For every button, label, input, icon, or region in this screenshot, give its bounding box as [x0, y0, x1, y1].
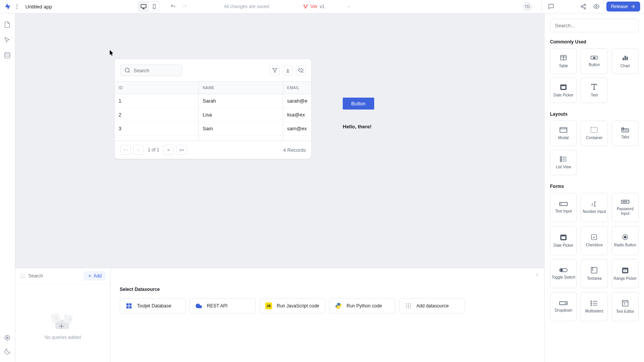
app-title[interactable]: Untitled app: [25, 4, 52, 10]
inspector-icon[interactable]: [4, 37, 12, 44]
datasource-rest-api[interactable]: REST API: [190, 298, 256, 314]
release-button[interactable]: Release: [606, 2, 640, 12]
svg-text:OK: OK: [593, 57, 595, 59]
component-table[interactable]: Table: [550, 48, 577, 74]
table-row[interactable]: 2 Lisa lisa@ex: [115, 108, 311, 122]
cell-name[interactable]: Sarah: [199, 94, 283, 108]
table-row[interactable]: 3 Sam sam@ex: [115, 122, 311, 136]
svg-line-28: [24, 277, 25, 278]
app-menu-dots-icon[interactable]: [15, 2, 19, 11]
release-label: Release: [611, 4, 628, 9]
table-row[interactable]: 1 Sarah sarah@e: [115, 94, 311, 108]
cell-email[interactable]: jon@ex: [283, 136, 311, 141]
cell-name[interactable]: Jon: [199, 136, 283, 141]
component-modal[interactable]: Modal: [550, 121, 577, 146]
components-search-input[interactable]: [555, 23, 634, 28]
pages-icon[interactable]: [4, 21, 12, 29]
svg-point-27: [21, 274, 24, 277]
component-toggleswitch[interactable]: Toggle Switch: [550, 259, 577, 288]
share-icon[interactable]: [580, 3, 586, 10]
component-checkbox[interactable]: Checkbox: [581, 226, 608, 255]
page-prev-button[interactable]: <: [133, 145, 144, 155]
empty-message: No queries added: [45, 335, 81, 340]
component-numberinput[interactable]: 2 Number Input: [581, 193, 608, 222]
component-container[interactable]: Container: [581, 121, 608, 146]
component-rangepicker[interactable]: Range Picker: [612, 259, 639, 288]
component-textarea[interactable]: Textarea: [581, 259, 608, 288]
component-label: Date Picker: [553, 93, 573, 98]
component-chart[interactable]: Chart: [612, 48, 639, 74]
cell-name[interactable]: Sam: [199, 122, 283, 136]
debug-icon[interactable]: [4, 334, 12, 342]
query-search-input[interactable]: [28, 273, 84, 279]
button-widget[interactable]: Button: [343, 98, 374, 110]
text-widget[interactable]: Hello, there!: [343, 124, 372, 130]
component-text[interactable]: Text: [581, 78, 608, 103]
cell-email[interactable]: sam@ex: [283, 122, 311, 136]
svg-rect-37: [129, 303, 132, 306]
page-first-button[interactable]: <<: [120, 145, 131, 155]
table-widget[interactable]: ID NAME EMAIL 1 Sarah sarah@e: [114, 59, 312, 159]
component-datepicker[interactable]: Date Picker: [550, 78, 577, 103]
version-selector[interactable]: Ver v1: [303, 4, 351, 9]
column-header-name[interactable]: NAME: [199, 82, 283, 94]
datasource-javascript[interactable]: JS Run JavaScript code: [259, 298, 325, 314]
download-button[interactable]: [283, 65, 293, 75]
canvas[interactable]: ID NAME EMAIL 1 Sarah sarah@e: [15, 13, 544, 268]
component-passwordinput[interactable]: Password Input: [612, 193, 639, 222]
cell-email[interactable]: sarah@e: [283, 94, 311, 108]
comment-icon[interactable]: [548, 3, 554, 10]
component-datepicker-form[interactable]: Date Picker: [550, 226, 577, 255]
undo-button[interactable]: [168, 2, 178, 12]
column-header-email[interactable]: EMAIL: [283, 82, 311, 94]
svg-point-46: [408, 308, 409, 309]
cell-name[interactable]: Lisa: [199, 108, 283, 122]
section-forms: Forms: [550, 184, 639, 189]
cell-id[interactable]: 3: [115, 122, 199, 136]
column-header-id[interactable]: ID: [115, 82, 199, 94]
collapse-panel-icon[interactable]: [535, 272, 540, 277]
checkbox-icon: [591, 234, 598, 241]
cell-email[interactable]: lisa@ex: [283, 108, 311, 122]
component-texteditor[interactable]: A Text Editor: [612, 292, 639, 321]
datasource-python[interactable]: Run Python code: [329, 298, 395, 314]
component-label: Dropdown: [555, 308, 572, 313]
hide-columns-button[interactable]: [296, 65, 306, 75]
datasource-icon[interactable]: [4, 52, 12, 60]
datasource-add[interactable]: Add datasource: [399, 298, 465, 314]
component-radiobutton[interactable]: Radio Button: [612, 226, 639, 255]
app-logo[interactable]: [4, 3, 12, 10]
svg-point-84: [626, 201, 627, 202]
component-multiselect[interactable]: Multiselect: [581, 292, 608, 321]
cell-id[interactable]: 2: [115, 108, 199, 122]
component-dropdown[interactable]: Dropdown: [550, 292, 577, 321]
cell-id[interactable]: 1: [115, 94, 199, 108]
cell-id[interactable]: 4: [115, 136, 199, 141]
component-textinput[interactable]: Text Input: [550, 193, 577, 222]
component-label: Textarea: [587, 276, 601, 281]
component-button[interactable]: OK Button: [581, 48, 608, 74]
desktop-view-button[interactable]: [138, 2, 149, 12]
redo-button[interactable]: [179, 2, 190, 12]
preview-icon[interactable]: [593, 3, 599, 10]
table-search[interactable]: [120, 65, 182, 76]
table-row[interactable]: 4 Jon jon@ex: [115, 136, 311, 141]
svg-rect-68: [622, 128, 624, 130]
arrow-right-icon: [630, 4, 636, 9]
component-label: List View: [556, 165, 571, 169]
component-tabs[interactable]: Tabs: [612, 121, 639, 146]
button-icon: OK: [590, 55, 598, 60]
table-search-input[interactable]: [134, 68, 178, 73]
components-search[interactable]: [550, 19, 639, 32]
page-next-button[interactable]: >: [163, 145, 174, 155]
filter-button[interactable]: [270, 65, 280, 75]
add-query-button[interactable]: Add: [84, 271, 106, 281]
mobile-view-button[interactable]: [149, 2, 160, 12]
dropdown-icon: [559, 301, 568, 306]
dark-mode-icon[interactable]: [4, 348, 12, 356]
user-avatar[interactable]: TD: [522, 2, 532, 12]
datasource-tooljet-db[interactable]: Tooljet Database: [120, 298, 186, 314]
page-last-button[interactable]: >>: [176, 145, 187, 155]
component-label: Tabs: [621, 135, 629, 139]
component-listview[interactable]: List View: [550, 150, 577, 175]
